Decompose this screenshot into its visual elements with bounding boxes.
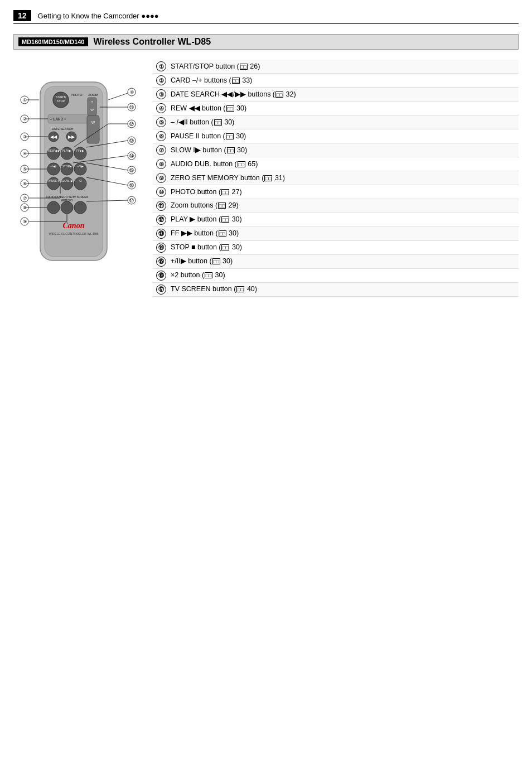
svg-line-75 — [108, 93, 128, 100]
book-icon-12: □□ — [221, 216, 229, 223]
desc-num-6: ⑥ — [156, 131, 166, 141]
book-icon-6: □□ — [226, 133, 234, 139]
desc-item-17: ⑰ TV SCREEN button (□□ 40) — [153, 283, 519, 297]
remote-svg: START/ STOP PHOTO ZOOM T W – CARD + DATE… — [13, 60, 142, 333]
desc-text-9: ZERO SET MEMORY button (□□ 31) — [171, 173, 515, 184]
svg-point-41 — [47, 201, 60, 214]
section-header: MD160/MD150/MD140 Wireless Controller WL… — [13, 34, 519, 50]
desc-text-11: Zoom buttons (□□ 29) — [171, 201, 515, 211]
svg-text:⑥: ⑥ — [23, 181, 27, 186]
svg-text:–  CARD  +: – CARD + — [50, 117, 66, 121]
svg-text:⑬: ⑬ — [129, 138, 134, 143]
desc-num-14: ⑭ — [156, 243, 166, 253]
desc-num-9: ⑨ — [156, 173, 166, 183]
desc-num-5: ⑤ — [156, 117, 166, 127]
svg-text:②: ② — [23, 117, 27, 122]
desc-text-12: PLAY ▶ button (□□ 30) — [171, 215, 515, 225]
book-icon-13: □□ — [219, 230, 226, 237]
svg-point-42 — [61, 201, 73, 214]
svg-text:⑦: ⑦ — [23, 196, 27, 201]
svg-text:⑰: ⑰ — [129, 198, 134, 203]
desc-item-14: ⑭ STOP ■ button (□□ 30) — [153, 241, 519, 255]
desc-item-1: ① START/STOP button (□□ 26) — [153, 60, 519, 74]
svg-text:⑪: ⑪ — [129, 105, 134, 110]
desc-text-7: SLOW I▶ button (□□ 30) — [171, 146, 515, 156]
desc-item-15: ⑮ +/II▶ button (□□ 30) — [153, 255, 519, 269]
desc-text-14: STOP ■ button (□□ 30) — [171, 243, 515, 253]
desc-text-10: PHOTO button (□□ 27) — [171, 187, 515, 197]
desc-num-2: ② — [156, 75, 166, 85]
svg-text:Canon: Canon — [63, 221, 85, 230]
desc-item-6: ⑥ PAUSE II button (□□ 30) — [153, 129, 519, 143]
svg-text:PLAY▶: PLAY▶ — [62, 149, 71, 152]
svg-text:⑤: ⑤ — [23, 167, 27, 172]
page-container: 12 Getting to Know the Camcorder ●●●● MD… — [0, 0, 532, 348]
main-content: START/ STOP PHOTO ZOOM T W – CARD + DATE… — [13, 60, 519, 335]
desc-text-13: FF ▶▶ button (□□ 30) — [171, 229, 515, 239]
svg-text:①: ① — [23, 98, 27, 103]
desc-item-8: ⑧ AUDIO DUB. button (□□ 65) — [153, 157, 519, 171]
desc-num-17: ⑰ — [156, 285, 166, 295]
desc-text-6: PAUSE II button (□□ 30) — [171, 132, 515, 142]
svg-text:SLOW I▶: SLOW I▶ — [61, 179, 73, 182]
svg-text:–/◀II: –/◀II — [51, 165, 57, 168]
desc-text-4: REW ◀◀ button (□□ 30) — [171, 104, 515, 114]
svg-text:⑩: ⑩ — [130, 90, 134, 95]
desc-text-15: +/II▶ button (□□ 30) — [171, 257, 515, 267]
desc-text-16: ×2 button (□□ 30) — [171, 271, 515, 281]
book-icon-2: □□ — [232, 78, 240, 84]
desc-num-10: ⑩ — [156, 187, 166, 197]
svg-text:START/: START/ — [55, 95, 66, 99]
desc-text-2: CARD –/+ buttons (□□ 33) — [171, 76, 515, 86]
desc-item-9: ⑨ ZERO SET MEMORY button (□□ 31) — [153, 171, 519, 185]
svg-text:⑨: ⑨ — [23, 219, 27, 224]
desc-num-16: ⑯ — [156, 271, 166, 281]
svg-text:⑧: ⑧ — [23, 205, 27, 210]
svg-text:④: ④ — [23, 151, 27, 156]
book-icon-10: □□ — [221, 189, 229, 195]
svg-text:DATE SEARCH: DATE SEARCH — [52, 127, 74, 131]
svg-text:⑫: ⑫ — [129, 122, 134, 127]
desc-item-12: ⑫ PLAY ▶ button (□□ 30) — [153, 213, 519, 227]
book-icon-11: □□ — [218, 202, 226, 209]
desc-num-13: ⑬ — [156, 229, 166, 239]
svg-text:⑭: ⑭ — [129, 153, 134, 158]
desc-item-2: ② CARD –/+ buttons (□□ 33) — [153, 74, 519, 88]
descriptions-list: ① START/STOP button (□□ 26) ② CARD –/+ b… — [153, 60, 519, 335]
desc-text-5: – /◀II button (□□ 30) — [171, 118, 515, 128]
book-icon-7: □□ — [227, 147, 235, 153]
desc-item-7: ⑦ SLOW I▶ button (□□ 30) — [153, 143, 519, 157]
desc-item-4: ④ REW ◀◀ button (□□ 30) — [153, 102, 519, 115]
desc-text-3: DATE SEARCH ◀◀/▶▶ buttons (□□ 32) — [171, 90, 515, 100]
svg-text:T: T — [91, 100, 93, 104]
desc-item-5: ⑤ – /◀II button (□□ 30) — [153, 115, 519, 129]
desc-item-10: ⑩ PHOTO button (□□ 27) — [153, 185, 519, 199]
desc-text-1: START/STOP button (□□ 26) — [171, 62, 515, 72]
book-icon-5: □□ — [214, 119, 222, 126]
svg-text:×2: ×2 — [79, 179, 82, 182]
svg-text:+/II▶: +/II▶ — [77, 165, 83, 168]
book-icon-9: □□ — [264, 175, 272, 181]
svg-point-43 — [74, 201, 86, 214]
svg-text:W: W — [90, 108, 94, 112]
desc-text-8: AUDIO DUB. button (□□ 65) — [171, 160, 515, 170]
page-header: 12 Getting to Know the Camcorder ●●●● — [13, 10, 519, 24]
page-title: Getting to Know the Camcorder ●●●● — [38, 12, 159, 20]
svg-text:STOP■: STOP■ — [62, 165, 72, 168]
book-icon: □□ — [240, 64, 248, 70]
desc-item-13: ⑬ FF ▶▶ button (□□ 30) — [153, 227, 519, 241]
svg-text:TV SCREEN: TV SCREEN — [72, 195, 89, 199]
svg-text:REW◀◀: REW◀◀ — [48, 149, 59, 152]
model-badge: MD160/MD150/MD140 — [18, 37, 88, 46]
desc-item-16: ⑯ ×2 button (□□ 30) — [153, 269, 519, 283]
desc-num-1: ① — [156, 61, 166, 71]
book-icon-4: □□ — [226, 105, 234, 112]
svg-text:W: W — [91, 120, 95, 124]
page-number: 12 — [13, 10, 31, 21]
book-icon-8: □□ — [238, 161, 245, 167]
svg-text:⑮: ⑮ — [129, 168, 134, 173]
svg-text:WIRELESS CONTROLLER WL-D85: WIRELESS CONTROLLER WL-D85 — [49, 232, 98, 235]
desc-num-15: ⑮ — [156, 257, 166, 267]
svg-text:STOP: STOP — [57, 99, 65, 103]
book-icon-15: □□ — [212, 258, 220, 264]
